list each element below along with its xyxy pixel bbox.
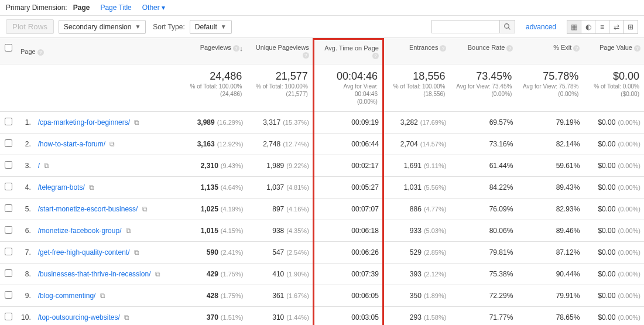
view-performance-icon[interactable]: ≡ [595,20,609,33]
val-value: $0.00 [598,205,615,213]
row-index: 7. [17,242,35,264]
pd-tab-other[interactable]: Other ▾ [142,4,165,12]
val-pct: (0.00%) [618,292,640,299]
row-checkbox[interactable] [5,269,12,277]
view-pivot-icon[interactable]: ⊞ [624,20,638,33]
col-avgtime[interactable]: Avg. Time on Page? [313,39,383,64]
open-icon[interactable]: ⧉ [44,162,49,170]
table-row: 7. /get-free-high-quality-content/ ⧉ 590… [0,242,644,264]
col-entrances[interactable]: Entrances? [383,39,450,64]
col-unique[interactable]: Unique Pageviews? [246,39,313,64]
exit-value: 89.43% [556,183,580,191]
row-checkbox[interactable] [5,139,12,147]
bounce-value: 72.29% [489,292,513,300]
exit-value: 79.19% [556,118,580,126]
view-table-icon[interactable]: ▦ [567,20,581,33]
col-exit[interactable]: % Exit? [516,39,583,64]
open-icon[interactable]: ⧉ [134,248,139,256]
col-bounce-label: Bounce Rate [468,44,505,51]
row-checkbox[interactable] [5,248,12,255]
search-button[interactable] [499,20,515,33]
open-icon[interactable]: ⧉ [109,140,115,148]
help-icon[interactable]: ? [233,45,239,52]
open-icon[interactable]: ⧉ [126,227,131,235]
help-icon[interactable]: ? [634,45,640,52]
val-pct: (0.00%) [618,271,640,278]
page-link[interactable]: /businesses-that-thrive-in-recession/ [38,270,151,278]
search-icon [503,23,511,30]
ent-value: 350 [410,292,422,300]
help-icon[interactable]: ? [573,45,580,52]
open-icon[interactable]: ⧉ [124,313,129,321]
row-index: 4. [17,177,35,199]
open-icon[interactable]: ⧉ [89,183,94,191]
val-pct: (0.00%) [618,119,640,126]
avg-value: 00:07:39 [351,270,379,278]
page-link[interactable]: /monetize-facebook-group/ [38,227,122,235]
summary-upv: 21,577 [251,70,307,83]
col-bounce[interactable]: Bounce Rate? [450,39,516,64]
pd-tab-page[interactable]: Page [73,4,90,12]
table-row: 4. /telegram-bots/ ⧉ 1,135(4.64%) 1,037(… [0,177,644,199]
pv-value: 1,015 [201,227,218,235]
col-pageviews[interactable]: Pageviews?↓ [180,39,246,64]
page-link[interactable]: /blog-commenting/ [38,292,96,300]
upv-value: 361 [272,292,284,300]
open-icon[interactable]: ⧉ [134,118,139,126]
pv-pct: (4.19%) [221,206,244,213]
pv-pct: (16.29%) [217,119,244,126]
page-link[interactable]: / [38,162,40,170]
avg-value: 00:03:05 [351,313,379,321]
pv-pct: (1.75%) [221,292,244,299]
row-checkbox[interactable] [5,118,12,125]
secondary-dimension-dropdown[interactable]: Secondary dimension ▼ [59,20,146,34]
col-unique-label: Unique Pageviews [256,44,309,51]
open-icon[interactable]: ⧉ [100,292,105,300]
pv-pct: (9.43%) [221,162,244,169]
table-row: 3. / ⧉ 2,310(9.43%) 1,989(9.22%) 00:02:1… [0,155,644,177]
page-link[interactable]: /get-free-high-quality-content/ [38,248,130,256]
upv-pct: (12.74%) [283,141,309,148]
help-icon[interactable]: ? [506,45,513,52]
open-icon[interactable]: ⧉ [142,205,148,213]
help-icon[interactable]: ? [37,49,44,56]
avg-value: 00:06:26 [351,248,379,256]
plot-rows-button[interactable]: Plot Rows [6,19,54,34]
row-checkbox[interactable] [5,161,12,169]
table-row: 9. /blog-commenting/ ⧉ 428(1.75%) 361(1.… [0,285,644,307]
page-link[interactable]: /telegram-bots/ [38,183,85,191]
row-checkbox[interactable] [5,183,12,190]
row-checkbox[interactable] [5,291,12,299]
select-all-checkbox[interactable] [5,44,12,52]
col-page[interactable]: Page? [17,39,180,64]
summary-row: 24,486% of Total: 100.00%(24,486) 21,577… [0,64,644,112]
sort-type-dropdown[interactable]: Default ▼ [190,20,232,34]
table-row: 5. /start-monetize-escort-business/ ⧉ 1,… [0,199,644,220]
page-link[interactable]: /top-outsourcing-websites/ [38,313,120,321]
row-checkbox[interactable] [5,226,12,234]
page-link[interactable]: /cpa-marketing-for-beginners/ [38,118,130,126]
upv-pct: (1.67%) [286,292,309,299]
advanced-link[interactable]: advanced [526,23,556,31]
ent-pct: (2.12%) [424,271,447,278]
page-link[interactable]: /start-monetize-escort-business/ [38,205,138,213]
upv-value: 410 [272,270,284,278]
search-input[interactable] [432,20,499,33]
sort-arrow-icon: ↓ [239,44,244,53]
val-pct: (0.00%) [618,162,640,169]
view-pie-icon[interactable]: ◐ [581,20,595,33]
row-checkbox[interactable] [5,313,12,320]
ent-value: 933 [410,227,422,235]
help-icon[interactable]: ? [303,52,309,59]
help-icon[interactable]: ? [440,45,446,52]
open-icon[interactable]: ⧉ [155,270,160,278]
help-icon[interactable]: ? [372,53,379,59]
view-comparison-icon[interactable]: ⇄ [609,20,624,33]
row-checkbox[interactable] [5,204,12,212]
pd-tab-pagetitle[interactable]: Page Title [100,4,131,12]
ent-pct: (2.85%) [424,249,447,256]
col-value[interactable]: Page Value? [583,39,644,64]
page-link[interactable]: /how-to-start-a-forum/ [38,140,105,148]
row-index: 1. [17,112,35,134]
svg-line-1 [508,28,510,29]
